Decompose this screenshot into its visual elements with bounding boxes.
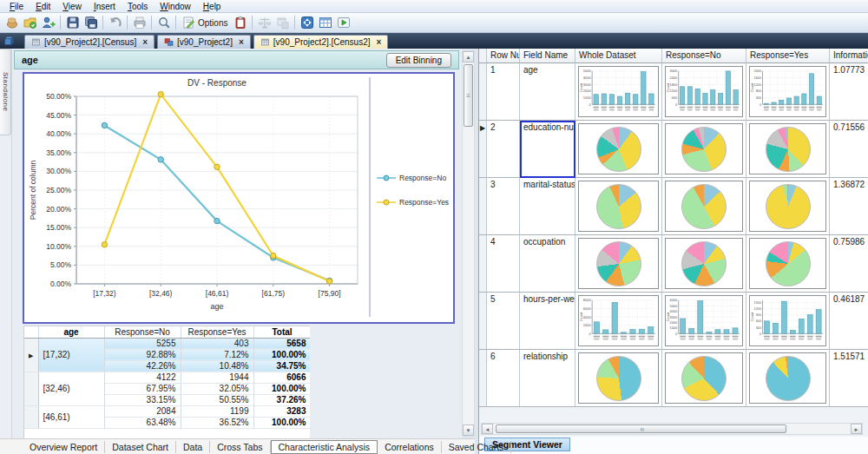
menu-tools[interactable]: Tools	[122, 2, 154, 11]
mini-bar-chart[interactable]: 06001200180024003000Count	[665, 66, 743, 117]
close-icon[interactable]: ×	[142, 37, 148, 47]
chart-cell[interactable]: 06001200180024003000Count	[662, 63, 746, 121]
chart-cell[interactable]	[662, 178, 746, 235]
doc-tab-3[interactable]: [v90_Project2].[Census2]×	[253, 35, 389, 49]
report-button[interactable]	[231, 14, 249, 31]
scroll-left-icon[interactable]	[482, 424, 493, 434]
left-pane-vscrollbar[interactable]	[462, 50, 475, 437]
menu-edit[interactable]: Edit	[30, 2, 56, 11]
menu-file[interactable]: File	[3, 2, 30, 11]
chart-cell[interactable]	[746, 178, 830, 235]
crosstab-header-response-no[interactable]: Response=No	[104, 326, 181, 338]
crosstab-header-age[interactable]: age	[38, 326, 104, 338]
standalone-tab[interactable]: Standalone	[0, 49, 11, 135]
row-gutter[interactable]: ▶	[24, 338, 38, 372]
value-cell[interactable]: 5658	[253, 338, 310, 349]
mini-pie-chart[interactable]	[749, 352, 826, 404]
mini-pie-chart[interactable]	[749, 238, 826, 289]
grid-header-field-name[interactable]: Field Name	[520, 49, 575, 63]
chart-cell[interactable]	[662, 350, 746, 407]
field-name-cell[interactable]: education-num	[520, 121, 575, 178]
mini-bar-chart[interactable]: 0100020003000400050006000Count	[665, 295, 743, 346]
save-all-button[interactable]	[82, 14, 100, 31]
value-cell[interactable]: 10.48%	[181, 360, 253, 372]
row-num-cell[interactable]: 2	[487, 121, 520, 178]
tab-data[interactable]: Data	[176, 441, 210, 453]
grid-header-response-no[interactable]: Response=No	[662, 49, 746, 63]
preview-button[interactable]	[155, 14, 173, 31]
information-cell[interactable]: 0.75986	[830, 235, 868, 293]
chart-cell[interactable]	[746, 235, 830, 293]
mini-pie-chart[interactable]	[749, 181, 826, 232]
row-gutter[interactable]	[479, 350, 487, 407]
value-cell[interactable]: 37.26%	[253, 394, 310, 405]
row-gutter[interactable]	[24, 405, 38, 428]
value-cell[interactable]: 100.00%	[253, 349, 310, 360]
print-button[interactable]	[130, 14, 148, 31]
mini-bar-chart[interactable]: 0400800120016002000Count	[749, 66, 826, 117]
chart-cell[interactable]	[575, 178, 662, 235]
mini-bar-chart[interactable]: 030060090012001500Count	[749, 295, 826, 346]
data-grid-button[interactable]	[316, 14, 334, 31]
expand-button[interactable]	[298, 14, 316, 31]
scroll-up-icon[interactable]	[463, 51, 474, 63]
row-gutter[interactable]: ▶	[479, 121, 487, 178]
chart-cell[interactable]	[746, 350, 830, 407]
row-gutter[interactable]	[479, 293, 487, 350]
bin-cell[interactable]: [32,46)	[38, 372, 104, 405]
value-cell[interactable]: 33.15%	[104, 394, 181, 405]
row-gutter[interactable]	[24, 372, 38, 405]
close-icon[interactable]: ×	[239, 37, 244, 47]
value-cell[interactable]: 7.12%	[181, 349, 253, 360]
row-num-cell[interactable]: 6	[487, 350, 520, 407]
value-cell[interactable]: 6066	[253, 372, 310, 383]
doc-tab-2[interactable]: [v90_Project2]×	[157, 35, 251, 49]
chart-cell[interactable]: 02000400060008000Count	[575, 293, 662, 350]
hscroll-thumb[interactable]	[496, 424, 786, 433]
value-cell[interactable]: 100.00%	[253, 383, 310, 394]
chart-cell[interactable]	[662, 235, 746, 293]
information-cell[interactable]: 0.46187	[830, 293, 868, 350]
grid-header-whole-dataset[interactable]: Whole Dataset	[575, 49, 662, 63]
vscroll-thumb[interactable]	[464, 64, 473, 127]
options-button[interactable]	[179, 14, 197, 31]
row-num-cell[interactable]: 3	[487, 178, 520, 235]
crosstab-header-response-yes[interactable]: Response=Yes	[181, 326, 253, 338]
save-button[interactable]	[63, 14, 82, 31]
row-gutter[interactable]	[479, 235, 487, 293]
information-cell[interactable]: 1.07773	[830, 63, 868, 121]
grab-hand-button[interactable]	[3, 14, 21, 31]
bin-cell[interactable]: [46,61)	[38, 405, 104, 428]
scroll-right-icon[interactable]	[851, 424, 862, 434]
information-cell[interactable]: 1.51571	[830, 350, 868, 407]
edit-binning-button[interactable]: Edit Binning	[386, 53, 451, 68]
mini-bar-chart[interactable]: 010002000300040005000Count	[578, 66, 659, 117]
chart-cell[interactable]	[662, 121, 746, 178]
mini-bar-chart[interactable]: 02000400060008000Count	[578, 295, 659, 346]
row-gutter[interactable]	[479, 63, 487, 121]
field-name-cell[interactable]: relationship	[520, 350, 575, 407]
row-gutter[interactable]	[479, 178, 487, 235]
chart-cell[interactable]	[575, 121, 662, 178]
information-cell[interactable]: 1.36872	[830, 178, 868, 235]
add-user-button[interactable]	[39, 14, 57, 31]
field-name-cell[interactable]: occupation	[520, 235, 575, 293]
field-name-cell[interactable]: age	[520, 63, 575, 121]
menu-insert[interactable]: Insert	[88, 2, 122, 11]
mini-pie-chart[interactable]	[578, 181, 659, 232]
chart-cell[interactable]: 010002000300040005000Count	[575, 63, 662, 121]
mini-pie-chart[interactable]	[665, 352, 743, 404]
field-name-cell[interactable]: hours-per-week	[520, 293, 575, 350]
value-cell[interactable]: 2084	[104, 405, 181, 417]
grid-header-information[interactable]: Information	[830, 49, 868, 63]
tab-overview-report[interactable]: Overview Report	[23, 441, 105, 453]
grid-corner[interactable]	[479, 49, 487, 63]
mini-pie-chart[interactable]	[578, 123, 659, 174]
value-cell[interactable]: 3283	[253, 405, 310, 417]
grid-header-response-yes[interactable]: Response=Yes	[746, 49, 830, 63]
tab-saved-charts[interactable]: Saved Charts	[442, 441, 512, 453]
tab-characteristic-analysis[interactable]: Characteristic Analysis	[271, 440, 378, 454]
menu-window[interactable]: Window	[154, 2, 197, 11]
value-cell[interactable]: 403	[181, 338, 253, 349]
run-button[interactable]	[334, 14, 352, 31]
